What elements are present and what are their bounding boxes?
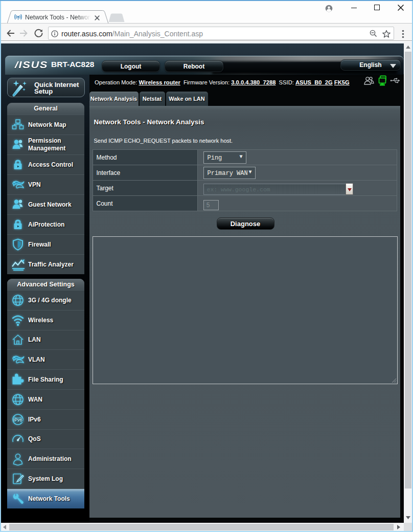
svg-text:IPv6: IPv6 — [13, 417, 22, 422]
